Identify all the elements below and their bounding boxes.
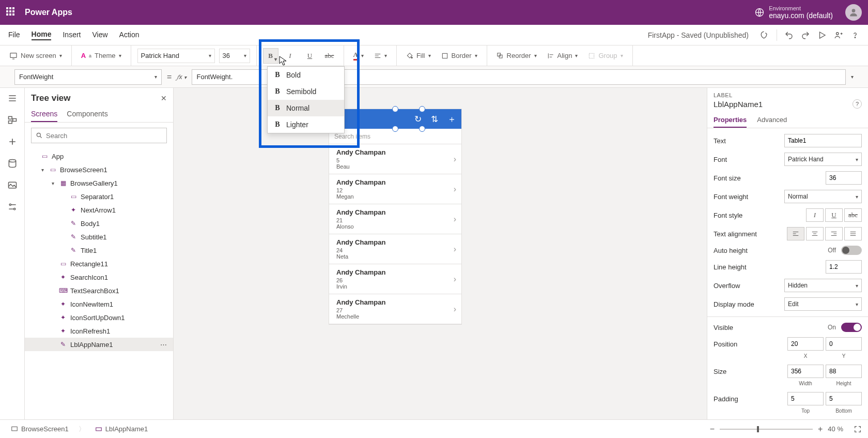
- zoom-in-button[interactable]: +: [818, 425, 823, 434]
- tree-node-subtitle[interactable]: ✎Subtitle1: [25, 230, 173, 244]
- hamburger-icon[interactable]: [7, 93, 18, 103]
- tab-properties[interactable]: Properties: [714, 113, 747, 128]
- tree-node-nextarrow[interactable]: ✦NextArrow1: [25, 203, 173, 217]
- tree-search[interactable]: [31, 128, 167, 143]
- help-icon[interactable]: [850, 31, 860, 40]
- gallery-row[interactable]: Andy Champan27Mechelle›: [329, 294, 461, 324]
- gallery-row[interactable]: Andy Champan24Neta›: [329, 234, 461, 264]
- dropdown-item-bold[interactable]: BBold: [268, 67, 344, 83]
- play-icon[interactable]: [817, 31, 827, 40]
- menu-view[interactable]: View: [92, 31, 107, 40]
- prop-displaymode-select[interactable]: Edit▾: [784, 297, 862, 311]
- formula-expand-icon[interactable]: ▾: [851, 74, 854, 80]
- tab-advanced[interactable]: Advanced: [757, 113, 787, 128]
- dropdown-item-lighter[interactable]: BLighter: [268, 116, 344, 133]
- font-name-select[interactable]: Patrick Hand▾: [137, 49, 215, 63]
- tree-node-browsescreen[interactable]: ▾▭BrowseScreen1: [25, 163, 173, 176]
- tab-components[interactable]: Components: [67, 107, 107, 122]
- border-button[interactable]: Border▾: [438, 50, 481, 62]
- prop-padbottom-input[interactable]: [826, 392, 862, 405]
- tree-node-browsegallery[interactable]: ▾▦BrowseGallery1: [25, 176, 173, 190]
- tree-node-searchicon[interactable]: ✦SearchIcon1: [25, 270, 173, 284]
- tree-search-input[interactable]: [46, 132, 162, 140]
- bold-button[interactable]: B▾: [263, 48, 278, 64]
- chevron-right-icon[interactable]: ›: [454, 245, 456, 254]
- tree-node-title[interactable]: ✎Title1: [25, 244, 173, 257]
- tree-node-separator[interactable]: ▭Separator1: [25, 190, 173, 203]
- share-icon[interactable]: [834, 31, 843, 40]
- gallery-row[interactable]: Andy Champan12Megan›: [329, 174, 461, 204]
- zoom-out-button[interactable]: −: [710, 425, 715, 434]
- add-icon[interactable]: ＋: [447, 113, 456, 125]
- chevron-right-icon[interactable]: ›: [454, 305, 456, 314]
- fit-screen-icon[interactable]: [854, 425, 862, 433]
- property-selector[interactable]: FontWeight▾: [14, 69, 162, 85]
- dropdown-item-normal[interactable]: BNormal: [268, 100, 344, 116]
- fill-button[interactable]: Fill▾: [403, 50, 434, 62]
- help-icon[interactable]: ?: [853, 99, 862, 109]
- prop-autoheight-toggle[interactable]: [841, 246, 862, 255]
- prop-underline-button[interactable]: U: [825, 208, 843, 222]
- prop-fontweight-select[interactable]: Normal▾: [784, 190, 862, 203]
- chevron-right-icon[interactable]: ›: [454, 185, 456, 194]
- prop-padtop-input[interactable]: [787, 392, 824, 405]
- gallery-row[interactable]: Andy Champan5Beau›: [329, 144, 461, 174]
- app-launcher-icon[interactable]: [6, 7, 17, 18]
- gallery-row[interactable]: Andy Champan26Irvin›: [329, 264, 461, 294]
- menu-insert[interactable]: Insert: [63, 31, 81, 40]
- tree-node-textsearch[interactable]: ⌨TextSearchBox1: [25, 284, 173, 297]
- font-size-select[interactable]: 36▾: [219, 49, 250, 63]
- prop-lineheight-input[interactable]: [826, 260, 862, 274]
- chevron-right-icon[interactable]: ›: [454, 215, 456, 224]
- sort-icon[interactable]: ⇅: [431, 114, 438, 125]
- zoom-slider[interactable]: [720, 429, 813, 430]
- tree-view-icon[interactable]: [7, 115, 18, 125]
- tab-screens[interactable]: Screens: [31, 107, 57, 122]
- align-center-button[interactable]: [806, 227, 824, 240]
- prop-text-input[interactable]: [784, 134, 862, 147]
- align-button[interactable]: Align▾: [544, 50, 581, 62]
- underline-button[interactable]: U: [302, 48, 318, 64]
- prop-fontsize-input[interactable]: [826, 171, 862, 185]
- tree-node-iconsort[interactable]: ✦IconSortUpDown1: [25, 311, 173, 324]
- tree-node-app[interactable]: ▭App: [25, 149, 173, 163]
- breadcrumb-control[interactable]: LblAppName1: [90, 423, 152, 435]
- prop-width-input[interactable]: [787, 365, 824, 378]
- menu-action[interactable]: Action: [119, 31, 140, 40]
- strikethrough-button[interactable]: abc: [322, 48, 337, 64]
- theme-button[interactable]: Aa Theme▾: [78, 50, 125, 62]
- tree-node-lblappname[interactable]: ✎LblAppName1⋯: [25, 338, 173, 351]
- prop-font-select[interactable]: Patrick Hand▾: [784, 153, 862, 166]
- refresh-icon[interactable]: ↻: [414, 114, 422, 125]
- breadcrumb-screen[interactable]: BrowseScreen1: [6, 423, 73, 435]
- user-avatar[interactable]: [845, 4, 862, 21]
- app-checker-icon[interactable]: [760, 31, 769, 40]
- tree-node-iconrefresh[interactable]: ✦IconRefresh1: [25, 324, 173, 338]
- prop-height-input[interactable]: [826, 365, 862, 378]
- prop-overflow-select[interactable]: Hidden▾: [784, 279, 862, 292]
- chevron-right-icon[interactable]: ›: [454, 155, 456, 164]
- prop-strike-button[interactable]: abc: [844, 208, 862, 222]
- prop-x-input[interactable]: [787, 337, 824, 351]
- menu-file[interactable]: File: [8, 31, 20, 40]
- app-header-preview[interactable]: abl ↻ ⇅ ＋: [329, 109, 461, 129]
- tree-node-body[interactable]: ✎Body1: [25, 217, 173, 230]
- menu-home[interactable]: Home: [32, 30, 52, 40]
- tree-node-rectangle[interactable]: ▭Rectangle11: [25, 257, 173, 270]
- redo-icon[interactable]: [801, 31, 810, 40]
- align-left-button[interactable]: [787, 227, 804, 240]
- text-align-button[interactable]: ▾: [371, 50, 390, 62]
- italic-button[interactable]: I: [283, 48, 298, 64]
- data-icon[interactable]: [7, 158, 18, 169]
- more-icon[interactable]: ⋯: [160, 341, 168, 349]
- prop-italic-button[interactable]: I: [806, 208, 824, 222]
- dropdown-item-semibold[interactable]: BSemibold: [268, 83, 344, 100]
- settings-icon[interactable]: [7, 202, 18, 212]
- chevron-right-icon[interactable]: ›: [454, 275, 456, 284]
- reorder-button[interactable]: Reorder▾: [493, 50, 540, 62]
- tree-node-iconnew[interactable]: ✦IconNewItem1: [25, 297, 173, 311]
- font-color-button[interactable]: A▾: [350, 49, 367, 63]
- environment-picker[interactable]: Environment enayu.com (default): [754, 5, 833, 20]
- media-icon[interactable]: [7, 180, 18, 190]
- design-canvas[interactable]: abl ↻ ⇅ ＋ Search items Andy Champan5Beau…: [174, 88, 707, 419]
